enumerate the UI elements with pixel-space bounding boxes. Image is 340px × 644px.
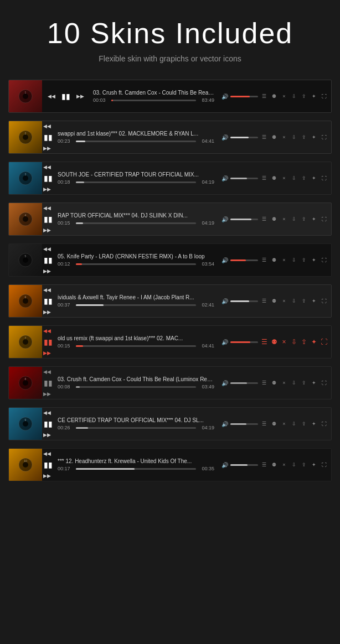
prev-button-6[interactable]: ◀◀ xyxy=(42,285,52,295)
progress-bar-10[interactable] xyxy=(76,468,196,470)
action-icon-10-6[interactable]: ⛶ xyxy=(320,461,328,469)
volume-bar-8[interactable] xyxy=(230,382,258,384)
action-icon-4-2[interactable]: × xyxy=(280,215,288,223)
volume-icon-7[interactable]: 🔊 xyxy=(221,338,229,346)
prev-button-5[interactable]: ◀◀ xyxy=(42,244,52,254)
prev-button-7[interactable]: ◀◀ xyxy=(42,326,52,336)
action-icon-10-5[interactable]: ✦ xyxy=(310,461,318,469)
volume-icon-4[interactable]: 🔊 xyxy=(221,215,229,223)
action-icon-5-5[interactable]: ✦ xyxy=(310,256,318,264)
action-icon-6-5[interactable]: ✦ xyxy=(310,297,318,305)
next-button-5[interactable]: ▶▶ xyxy=(42,266,52,276)
volume-icon-6[interactable]: 🔊 xyxy=(221,297,229,305)
next-button-7[interactable]: ▶▶ xyxy=(42,348,52,358)
action-icon-2-1[interactable]: ⚉ xyxy=(270,133,278,141)
action-icon-2-3[interactable]: ⇩ xyxy=(290,133,298,141)
action-icon-7-4[interactable]: ⇪ xyxy=(300,338,308,346)
volume-icon-8[interactable]: 🔊 xyxy=(221,379,229,387)
action-icon-2-4[interactable]: ⇪ xyxy=(300,133,308,141)
action-icon-3-2[interactable]: × xyxy=(280,174,288,182)
next-button-8[interactable]: ▶▶ xyxy=(42,389,52,399)
action-icon-8-1[interactable]: ⚉ xyxy=(270,379,278,387)
progress-bar-7[interactable] xyxy=(76,345,196,347)
action-icon-9-1[interactable]: ⚉ xyxy=(270,420,278,428)
play-pause-button-5[interactable]: ▮▮ xyxy=(42,254,54,266)
action-icon-5-2[interactable]: × xyxy=(280,256,288,264)
action-icon-10-3[interactable]: ⇩ xyxy=(290,461,298,469)
action-icon-1-2[interactable]: × xyxy=(280,92,288,100)
action-icon-10-2[interactable]: × xyxy=(280,461,288,469)
action-icon-1-6[interactable]: ⛶ xyxy=(320,92,328,100)
action-icon-2-0[interactable]: ☰ xyxy=(260,133,268,141)
action-icon-7-2[interactable]: × xyxy=(280,338,288,346)
action-icon-9-6[interactable]: ⛶ xyxy=(320,420,328,428)
action-icon-2-5[interactable]: ✦ xyxy=(310,133,318,141)
action-icon-5-0[interactable]: ☰ xyxy=(260,256,268,264)
action-icon-8-3[interactable]: ⇩ xyxy=(290,379,298,387)
action-icon-7-3[interactable]: ⇩ xyxy=(290,338,298,346)
action-icon-3-1[interactable]: ⚉ xyxy=(270,174,278,182)
action-icon-8-4[interactable]: ⇪ xyxy=(300,379,308,387)
play-pause-button-2[interactable]: ▮▮ xyxy=(42,131,54,143)
prev-button-3[interactable]: ◀◀ xyxy=(42,162,52,172)
next-button-6[interactable]: ▶▶ xyxy=(42,307,52,317)
volume-icon-1[interactable]: 🔊 xyxy=(221,92,229,100)
action-icon-1-0[interactable]: ☰ xyxy=(260,92,268,100)
action-icon-9-0[interactable]: ☰ xyxy=(260,420,268,428)
action-icon-8-0[interactable]: ☰ xyxy=(260,379,268,387)
volume-bar-6[interactable] xyxy=(230,300,258,302)
play-pause-button-9[interactable]: ▮▮ xyxy=(42,418,54,430)
action-icon-1-5[interactable]: ✦ xyxy=(310,92,318,100)
action-icon-3-4[interactable]: ⇪ xyxy=(300,174,308,182)
play-pause-button-8[interactable]: ▮▮ xyxy=(42,377,54,389)
action-icon-2-2[interactable]: × xyxy=(280,133,288,141)
action-icon-7-5[interactable]: ✦ xyxy=(310,338,318,346)
action-icon-9-4[interactable]: ⇪ xyxy=(300,420,308,428)
play-pause-button-10[interactable]: ▮▮ xyxy=(42,459,54,471)
action-icon-1-1[interactable]: ⚉ xyxy=(270,92,278,100)
action-icon-4-0[interactable]: ☰ xyxy=(260,215,268,223)
play-pause-button-6[interactable]: ▮▮ xyxy=(42,295,54,307)
progress-bar-2[interactable] xyxy=(76,141,196,142)
action-icon-6-1[interactable]: ⚉ xyxy=(270,297,278,305)
prev-button-4[interactable]: ◀◀ xyxy=(42,203,52,213)
action-icon-4-5[interactable]: ✦ xyxy=(310,215,318,223)
action-icon-5-1[interactable]: ⚉ xyxy=(270,256,278,264)
progress-bar-1[interactable] xyxy=(111,100,196,101)
action-icon-5-4[interactable]: ⇪ xyxy=(300,256,308,264)
progress-bar-6[interactable] xyxy=(76,304,196,306)
action-icon-9-5[interactable]: ✦ xyxy=(310,420,318,428)
action-icon-1-3[interactable]: ⇩ xyxy=(290,92,298,100)
prev-button-2[interactable]: ◀◀ xyxy=(42,121,52,131)
action-icon-7-1[interactable]: ⚉ xyxy=(270,338,278,346)
action-icon-6-0[interactable]: ☰ xyxy=(260,297,268,305)
play-pause-button-7[interactable]: ▮▮ xyxy=(42,336,54,348)
action-icon-4-6[interactable]: ⛶ xyxy=(320,215,328,223)
volume-bar-3[interactable] xyxy=(230,178,258,179)
action-icon-8-5[interactable]: ✦ xyxy=(310,379,318,387)
action-icon-7-0[interactable]: ☰ xyxy=(260,338,268,346)
action-icon-7-6[interactable]: ⛶ xyxy=(320,338,328,346)
action-icon-9-2[interactable]: × xyxy=(280,420,288,428)
next-button-3[interactable]: ▶▶ xyxy=(42,184,52,194)
action-icon-10-4[interactable]: ⇪ xyxy=(300,461,308,469)
action-icon-6-4[interactable]: ⇪ xyxy=(300,297,308,305)
action-icon-9-3[interactable]: ⇩ xyxy=(290,420,298,428)
volume-icon-9[interactable]: 🔊 xyxy=(221,420,229,428)
action-icon-4-1[interactable]: ⚉ xyxy=(270,215,278,223)
prev-button-1[interactable]: ◀◀ xyxy=(47,91,56,101)
volume-bar-5[interactable] xyxy=(230,259,258,261)
volume-icon-5[interactable]: 🔊 xyxy=(221,256,229,264)
action-icon-8-6[interactable]: ⛶ xyxy=(320,379,328,387)
play-pause-button-4[interactable]: ▮▮ xyxy=(42,213,54,225)
next-button-2[interactable]: ▶▶ xyxy=(42,143,52,153)
action-icon-4-4[interactable]: ⇪ xyxy=(300,215,308,223)
play-pause-button-3[interactable]: ▮▮ xyxy=(42,172,54,184)
progress-bar-4[interactable] xyxy=(76,222,196,224)
action-icon-3-6[interactable]: ⛶ xyxy=(320,174,328,182)
action-icon-6-3[interactable]: ⇩ xyxy=(290,297,298,305)
progress-bar-8[interactable] xyxy=(76,386,196,388)
action-icon-10-0[interactable]: ☰ xyxy=(260,461,268,469)
prev-button-8[interactable]: ◀◀ xyxy=(42,367,52,377)
next-button-1[interactable]: ▶▶ xyxy=(75,91,85,101)
